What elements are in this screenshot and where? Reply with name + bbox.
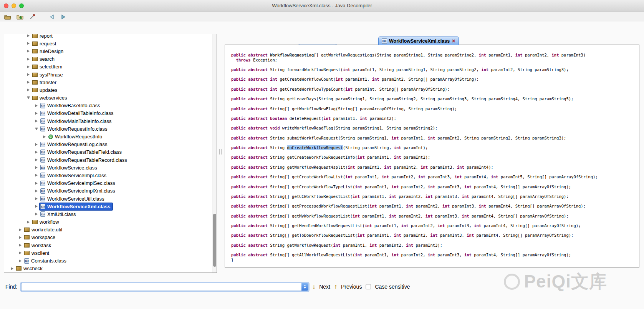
type-link[interactable]: WorkflowRequestLog <box>270 53 314 57</box>
find-next-icon[interactable]: ↓ <box>312 284 315 290</box>
chevron-right-icon[interactable] <box>26 73 31 76</box>
close-window-button[interactable] <box>4 3 8 8</box>
find-input[interactable] <box>21 283 308 291</box>
tree-item-workrelate-util[interactable]: workrelate.util <box>4 226 217 234</box>
chevron-right-icon[interactable] <box>26 65 31 68</box>
chevron-right-icon[interactable] <box>18 236 23 239</box>
tree-item-workflowrequestinfo[interactable]: CWorkflowRequestInfo <box>4 133 217 140</box>
tree-item-constants-class[interactable]: 010Constants.class <box>4 257 217 264</box>
chevron-right-icon[interactable] <box>18 228 23 231</box>
tree-item-workspace[interactable]: workspace <box>4 234 217 241</box>
tree-item-ruledesign[interactable]: ruleDesign <box>4 47 217 55</box>
tree-item-webservices[interactable]: webservices <box>4 94 217 102</box>
tree-item-wscheck[interactable]: wscheck <box>4 265 217 272</box>
chevron-right-icon[interactable] <box>34 112 39 115</box>
forward-icon[interactable] <box>60 13 68 20</box>
chevron-right-icon[interactable] <box>26 42 31 45</box>
tree-item-sysphrase[interactable]: sysPhrase <box>4 71 217 78</box>
code-line: public abstract String[] getCreateWorkfl… <box>231 174 639 179</box>
chevron-right-icon[interactable] <box>34 166 39 169</box>
chevron-right-icon[interactable] <box>26 88 31 91</box>
tree-item-workflowserviceimplsec-class[interactable]: 010WorkflowServiceImplSec.class <box>4 179 217 187</box>
chevron-right-icon[interactable] <box>10 267 15 270</box>
title-bar: WorkflowServiceXml.class - Java Decompil… <box>0 0 644 12</box>
tree-item-selectitem[interactable]: selectItem <box>4 63 217 71</box>
tree-item-content: 010WorkflowServiceImplSec.class <box>40 180 117 186</box>
find-previous-label[interactable]: Previous <box>341 284 362 290</box>
tree-item-xmlutil-class[interactable]: 010XmlUtil.class <box>4 210 217 218</box>
chevron-right-icon[interactable] <box>26 50 31 53</box>
find-previous-icon[interactable]: ↑ <box>334 284 337 290</box>
find-next-label[interactable]: Next <box>319 284 330 290</box>
tree-item-workflowrequesttablefield-class[interactable]: 010WorkflowRequestTableField.class <box>4 148 217 156</box>
tree-item-workflowservice-class[interactable]: 010WorkflowService.class <box>4 164 217 171</box>
code-line: public abstract String getCreateWorkflow… <box>231 155 639 160</box>
tree-scrollbar[interactable] <box>212 34 217 272</box>
chevron-right-icon[interactable] <box>18 251 23 254</box>
chevron-right-icon[interactable] <box>42 135 47 138</box>
tree-item-label: WorkflowBaseInfo.class <box>47 103 100 108</box>
tree-item-label: workrelate.util <box>31 227 62 233</box>
tree-item-label: WorkflowServiceImpl.class <box>47 173 106 178</box>
tree-item-workflowrequestinfo-class[interactable]: 010WorkflowRequestInfo.class <box>4 125 217 133</box>
package-icon <box>32 42 38 46</box>
tree-item-wsclient[interactable]: wsclient <box>4 249 217 257</box>
chevron-right-icon[interactable] <box>34 158 39 161</box>
chevron-right-icon[interactable] <box>26 81 31 84</box>
tree-item-workflowserviceimplxml-class[interactable]: 010WorkflowServiceImplXml.class <box>4 187 217 195</box>
chevron-right-icon[interactable] <box>34 104 39 107</box>
tree-item-content: 010WorkflowService.class <box>40 164 99 171</box>
tree-item-transfer[interactable]: transfer <box>4 78 217 86</box>
tree-item-report[interactable]: report <box>4 34 217 40</box>
package-tree: reportrequestruleDesignsearchselectItems… <box>4 34 217 272</box>
tree-item-search[interactable]: search <box>4 55 217 63</box>
chevron-down-icon[interactable] <box>34 128 39 130</box>
tree-item-label: WorkflowRequestInfo.class <box>47 126 108 132</box>
code-line: } <box>231 258 639 262</box>
save-all-sources-icon[interactable] <box>16 13 24 20</box>
chevron-right-icon[interactable] <box>26 221 31 224</box>
chevron-right-icon[interactable] <box>34 182 39 185</box>
tree-item-workflow[interactable]: workflow <box>4 218 217 226</box>
search-icon[interactable] <box>28 13 36 20</box>
code-line <box>231 92 639 97</box>
chevron-down-icon[interactable] <box>26 96 31 99</box>
chevron-right-icon[interactable] <box>34 174 39 177</box>
tree-item-content: 010WorkflowRequestTableField.class <box>40 149 123 155</box>
chevron-right-icon[interactable] <box>18 244 23 247</box>
tree-item-workflowservicexml-class[interactable]: 010WorkflowServiceXml.class <box>4 203 217 210</box>
tree-item-workflowrequesttablerecord-class[interactable]: 010WorkflowRequestTableRecord.class <box>4 156 217 164</box>
package-icon <box>32 96 38 100</box>
zoom-window-button[interactable] <box>19 3 24 8</box>
tree-item-request[interactable]: request <box>4 40 217 47</box>
tree-item-workflowdetailtableinfo-class[interactable]: 010WorkflowDetailTableInfo.class <box>4 110 217 117</box>
tree-item-worktask[interactable]: worktask <box>4 241 217 249</box>
case-sensitive-checkbox[interactable] <box>366 284 371 289</box>
minimize-window-button[interactable] <box>12 3 16 8</box>
tree-item-workflowrequestlog-class[interactable]: 010WorkflowRequestLog.class <box>4 141 217 148</box>
code-panel[interactable]: public abstract WorkflowRequestLog[] get… <box>225 45 639 267</box>
tree-item-workflowbaseinfo-class[interactable]: 010WorkflowBaseInfo.class <box>4 102 217 110</box>
chevron-right-icon[interactable] <box>34 213 39 216</box>
tree-item-workflowserviceutil-class[interactable]: 010WorkflowServiceUtil.class <box>4 195 217 203</box>
chevron-right-icon[interactable] <box>18 259 23 262</box>
tree-item-updates[interactable]: updates <box>4 86 217 94</box>
chevron-right-icon[interactable] <box>34 189 39 193</box>
tree-item-workflowserviceimpl-class[interactable]: 010WorkflowServiceImpl.class <box>4 171 217 179</box>
chevron-right-icon[interactable] <box>34 120 39 123</box>
chevron-right-icon[interactable] <box>34 151 39 154</box>
tree-item-label: WorkflowRequestTableField.class <box>47 149 122 155</box>
close-icon[interactable]: ✕ <box>452 39 455 43</box>
chevron-right-icon[interactable] <box>34 205 39 208</box>
open-file-icon[interactable] <box>4 13 12 20</box>
tab-workflowservicexml-class[interactable]: 010 WorkflowServiceXml.class ✕ <box>378 37 459 45</box>
chevron-right-icon[interactable] <box>26 34 31 37</box>
tree-scrollbar-thumb[interactable] <box>213 214 216 267</box>
tree-item-workflowmaintableinfo-class[interactable]: 010WorkflowMainTableInfo.class <box>4 117 217 125</box>
find-history-dropdown[interactable] <box>301 283 308 291</box>
chevron-right-icon[interactable] <box>26 58 31 61</box>
chevron-right-icon[interactable] <box>34 143 39 146</box>
chevron-right-icon[interactable] <box>34 197 39 200</box>
back-icon[interactable] <box>48 13 55 20</box>
panel-splitter[interactable] <box>217 34 224 273</box>
